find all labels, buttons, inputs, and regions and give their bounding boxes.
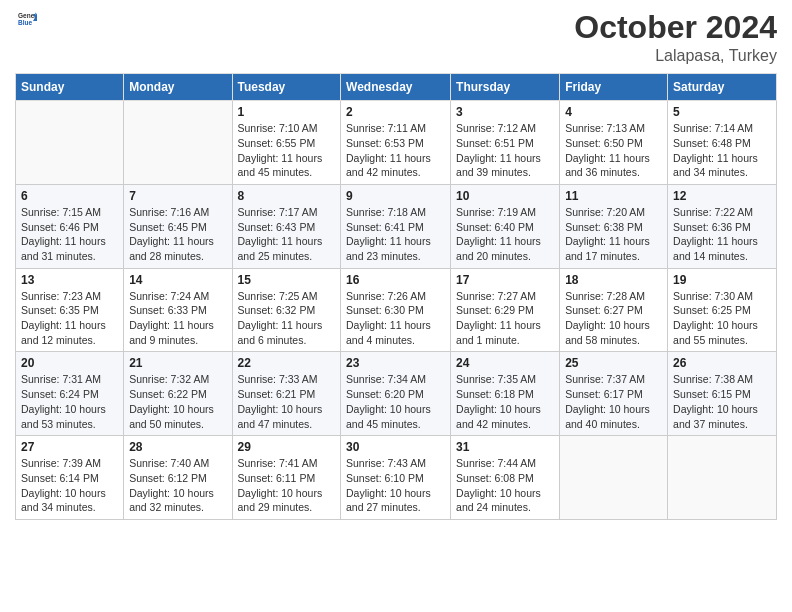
calendar-cell: 9Sunrise: 7:18 AM Sunset: 6:41 PM Daylig… [341, 184, 451, 268]
calendar-table: SundayMondayTuesdayWednesdayThursdayFrid… [15, 73, 777, 520]
day-info: Sunrise: 7:17 AM Sunset: 6:43 PM Dayligh… [238, 206, 323, 262]
day-info: Sunrise: 7:37 AM Sunset: 6:17 PM Dayligh… [565, 373, 650, 429]
calendar-cell: 3Sunrise: 7:12 AM Sunset: 6:51 PM Daylig… [451, 101, 560, 185]
week-row-4: 20Sunrise: 7:31 AM Sunset: 6:24 PM Dayli… [16, 352, 777, 436]
calendar-cell: 23Sunrise: 7:34 AM Sunset: 6:20 PM Dayli… [341, 352, 451, 436]
day-number: 3 [456, 105, 554, 119]
day-number: 18 [565, 273, 662, 287]
day-info: Sunrise: 7:23 AM Sunset: 6:35 PM Dayligh… [21, 290, 106, 346]
calendar-cell: 31Sunrise: 7:44 AM Sunset: 6:08 PM Dayli… [451, 436, 560, 520]
day-info: Sunrise: 7:15 AM Sunset: 6:46 PM Dayligh… [21, 206, 106, 262]
calendar-cell: 6Sunrise: 7:15 AM Sunset: 6:46 PM Daylig… [16, 184, 124, 268]
weekday-header-friday: Friday [560, 74, 668, 101]
day-info: Sunrise: 7:30 AM Sunset: 6:25 PM Dayligh… [673, 290, 758, 346]
calendar-cell: 30Sunrise: 7:43 AM Sunset: 6:10 PM Dayli… [341, 436, 451, 520]
day-number: 23 [346, 356, 445, 370]
day-info: Sunrise: 7:33 AM Sunset: 6:21 PM Dayligh… [238, 373, 323, 429]
weekday-header-row: SundayMondayTuesdayWednesdayThursdayFrid… [16, 74, 777, 101]
day-info: Sunrise: 7:35 AM Sunset: 6:18 PM Dayligh… [456, 373, 541, 429]
calendar-cell: 29Sunrise: 7:41 AM Sunset: 6:11 PM Dayli… [232, 436, 341, 520]
calendar-cell: 2Sunrise: 7:11 AM Sunset: 6:53 PM Daylig… [341, 101, 451, 185]
day-info: Sunrise: 7:34 AM Sunset: 6:20 PM Dayligh… [346, 373, 431, 429]
day-number: 10 [456, 189, 554, 203]
day-number: 31 [456, 440, 554, 454]
day-info: Sunrise: 7:11 AM Sunset: 6:53 PM Dayligh… [346, 122, 431, 178]
day-number: 21 [129, 356, 226, 370]
calendar-subtitle: Lalapasa, Turkey [574, 47, 777, 65]
calendar-cell: 16Sunrise: 7:26 AM Sunset: 6:30 PM Dayli… [341, 268, 451, 352]
svg-text:Blue: Blue [18, 19, 32, 26]
calendar-page: General Blue October 2024 Lalapasa, Turk… [0, 0, 792, 612]
day-number: 28 [129, 440, 226, 454]
day-number: 1 [238, 105, 336, 119]
day-info: Sunrise: 7:39 AM Sunset: 6:14 PM Dayligh… [21, 457, 106, 513]
day-number: 26 [673, 356, 771, 370]
calendar-cell: 4Sunrise: 7:13 AM Sunset: 6:50 PM Daylig… [560, 101, 668, 185]
calendar-cell: 18Sunrise: 7:28 AM Sunset: 6:27 PM Dayli… [560, 268, 668, 352]
calendar-cell: 17Sunrise: 7:27 AM Sunset: 6:29 PM Dayli… [451, 268, 560, 352]
day-info: Sunrise: 7:28 AM Sunset: 6:27 PM Dayligh… [565, 290, 650, 346]
weekday-header-saturday: Saturday [668, 74, 777, 101]
calendar-cell: 20Sunrise: 7:31 AM Sunset: 6:24 PM Dayli… [16, 352, 124, 436]
day-number: 8 [238, 189, 336, 203]
day-number: 7 [129, 189, 226, 203]
weekday-header-monday: Monday [124, 74, 232, 101]
calendar-cell: 28Sunrise: 7:40 AM Sunset: 6:12 PM Dayli… [124, 436, 232, 520]
day-info: Sunrise: 7:16 AM Sunset: 6:45 PM Dayligh… [129, 206, 214, 262]
week-row-1: 1Sunrise: 7:10 AM Sunset: 6:55 PM Daylig… [16, 101, 777, 185]
day-info: Sunrise: 7:24 AM Sunset: 6:33 PM Dayligh… [129, 290, 214, 346]
day-number: 24 [456, 356, 554, 370]
header: General Blue October 2024 Lalapasa, Turk… [15, 10, 777, 65]
calendar-cell: 15Sunrise: 7:25 AM Sunset: 6:32 PM Dayli… [232, 268, 341, 352]
week-row-2: 6Sunrise: 7:15 AM Sunset: 6:46 PM Daylig… [16, 184, 777, 268]
logo: General Blue [15, 10, 37, 34]
day-number: 20 [21, 356, 118, 370]
calendar-cell: 14Sunrise: 7:24 AM Sunset: 6:33 PM Dayli… [124, 268, 232, 352]
day-number: 22 [238, 356, 336, 370]
day-number: 14 [129, 273, 226, 287]
day-number: 29 [238, 440, 336, 454]
calendar-cell: 7Sunrise: 7:16 AM Sunset: 6:45 PM Daylig… [124, 184, 232, 268]
day-info: Sunrise: 7:14 AM Sunset: 6:48 PM Dayligh… [673, 122, 758, 178]
day-info: Sunrise: 7:27 AM Sunset: 6:29 PM Dayligh… [456, 290, 541, 346]
day-number: 19 [673, 273, 771, 287]
day-info: Sunrise: 7:32 AM Sunset: 6:22 PM Dayligh… [129, 373, 214, 429]
day-info: Sunrise: 7:12 AM Sunset: 6:51 PM Dayligh… [456, 122, 541, 178]
calendar-cell: 26Sunrise: 7:38 AM Sunset: 6:15 PM Dayli… [668, 352, 777, 436]
calendar-cell: 25Sunrise: 7:37 AM Sunset: 6:17 PM Dayli… [560, 352, 668, 436]
calendar-title: October 2024 [574, 10, 777, 45]
day-info: Sunrise: 7:31 AM Sunset: 6:24 PM Dayligh… [21, 373, 106, 429]
day-number: 25 [565, 356, 662, 370]
calendar-cell: 5Sunrise: 7:14 AM Sunset: 6:48 PM Daylig… [668, 101, 777, 185]
calendar-cell: 8Sunrise: 7:17 AM Sunset: 6:43 PM Daylig… [232, 184, 341, 268]
week-row-3: 13Sunrise: 7:23 AM Sunset: 6:35 PM Dayli… [16, 268, 777, 352]
calendar-cell: 1Sunrise: 7:10 AM Sunset: 6:55 PM Daylig… [232, 101, 341, 185]
calendar-cell: 11Sunrise: 7:20 AM Sunset: 6:38 PM Dayli… [560, 184, 668, 268]
day-number: 16 [346, 273, 445, 287]
day-number: 17 [456, 273, 554, 287]
day-number: 6 [21, 189, 118, 203]
calendar-cell [668, 436, 777, 520]
day-info: Sunrise: 7:40 AM Sunset: 6:12 PM Dayligh… [129, 457, 214, 513]
calendar-cell: 22Sunrise: 7:33 AM Sunset: 6:21 PM Dayli… [232, 352, 341, 436]
calendar-cell: 21Sunrise: 7:32 AM Sunset: 6:22 PM Dayli… [124, 352, 232, 436]
calendar-cell [16, 101, 124, 185]
calendar-cell [560, 436, 668, 520]
day-number: 15 [238, 273, 336, 287]
weekday-header-wednesday: Wednesday [341, 74, 451, 101]
day-info: Sunrise: 7:43 AM Sunset: 6:10 PM Dayligh… [346, 457, 431, 513]
calendar-cell: 12Sunrise: 7:22 AM Sunset: 6:36 PM Dayli… [668, 184, 777, 268]
day-info: Sunrise: 7:44 AM Sunset: 6:08 PM Dayligh… [456, 457, 541, 513]
day-info: Sunrise: 7:41 AM Sunset: 6:11 PM Dayligh… [238, 457, 323, 513]
calendar-cell: 13Sunrise: 7:23 AM Sunset: 6:35 PM Dayli… [16, 268, 124, 352]
day-info: Sunrise: 7:38 AM Sunset: 6:15 PM Dayligh… [673, 373, 758, 429]
day-info: Sunrise: 7:13 AM Sunset: 6:50 PM Dayligh… [565, 122, 650, 178]
day-info: Sunrise: 7:19 AM Sunset: 6:40 PM Dayligh… [456, 206, 541, 262]
calendar-cell: 10Sunrise: 7:19 AM Sunset: 6:40 PM Dayli… [451, 184, 560, 268]
day-info: Sunrise: 7:25 AM Sunset: 6:32 PM Dayligh… [238, 290, 323, 346]
logo-icon: General Blue [15, 10, 37, 34]
week-row-5: 27Sunrise: 7:39 AM Sunset: 6:14 PM Dayli… [16, 436, 777, 520]
day-number: 2 [346, 105, 445, 119]
day-number: 4 [565, 105, 662, 119]
weekday-header-tuesday: Tuesday [232, 74, 341, 101]
